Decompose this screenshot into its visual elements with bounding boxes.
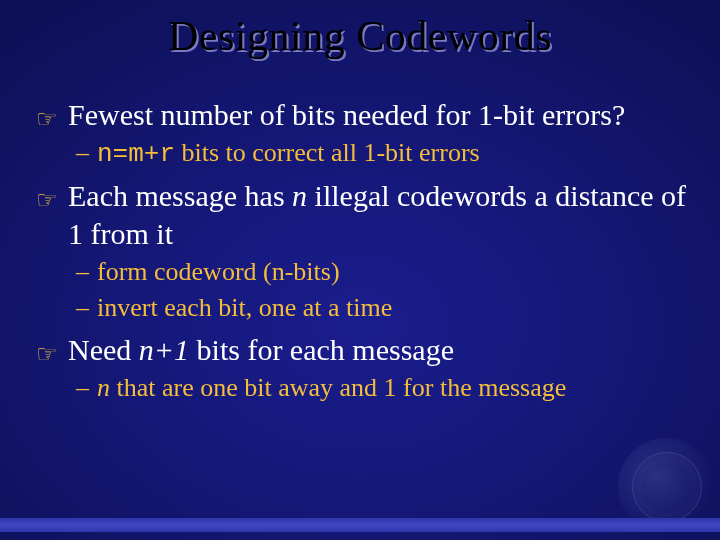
code-span: n=m+r [97,139,175,169]
bullet-level1: ☞ Fewest number of bits needed for 1-bit… [36,96,690,134]
pointing-hand-icon: ☞ [36,102,58,136]
bullet-level2: – n=m+r bits to correct all 1-bit errors [76,136,690,171]
bullet-text: n that are one bit away and 1 for the me… [97,371,566,405]
italic-span: n [97,373,110,402]
italic-span: n [292,179,307,212]
dash-icon: – [76,255,89,289]
text-span: that are one bit away and 1 for the mess… [110,373,566,402]
bullet-level1: ☞ Need n+1 bits for each message [36,331,690,369]
bullet-text: Each message has n illegal codewords a d… [68,177,690,253]
slide-title: Designing Codewords [0,12,720,60]
italic-span: n+1 [139,333,189,366]
pointing-hand-icon: ☞ [36,337,58,371]
footer-bar [0,518,720,532]
text-span: Each message has [68,179,292,212]
bullet-level2: – form codeword (n-bits) [76,255,690,289]
bullet-text: invert each bit, one at a time [97,291,392,325]
text-span: bits to correct all 1-bit errors [175,138,480,167]
bullet-level1: ☞ Each message has n illegal codewords a… [36,177,690,253]
bullet-text: Fewest number of bits needed for 1-bit e… [68,96,625,134]
bullet-level2: – invert each bit, one at a time [76,291,690,325]
pointing-hand-icon: ☞ [36,183,58,217]
slide: Designing Codewords ☞ Fewest number of b… [0,0,720,540]
bullet-text: n=m+r bits to correct all 1-bit errors [97,136,480,171]
dash-icon: – [76,136,89,170]
bullet-level2: – n that are one bit away and 1 for the … [76,371,690,405]
text-span: bits for each message [189,333,454,366]
dash-icon: – [76,371,89,405]
text-span: Need [68,333,139,366]
bullet-text: form codeword (n-bits) [97,255,340,289]
slide-content: ☞ Fewest number of bits needed for 1-bit… [36,90,690,407]
dash-icon: – [76,291,89,325]
bullet-text: Need n+1 bits for each message [68,331,454,369]
